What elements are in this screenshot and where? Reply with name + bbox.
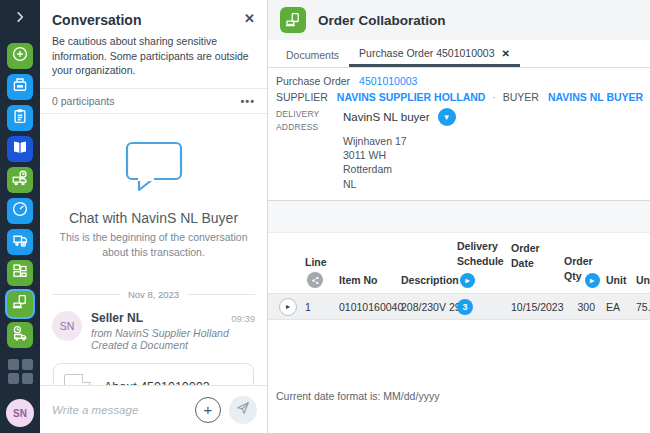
conversation-title: Conversation (52, 12, 141, 28)
document-card[interactable]: PO About 4501010003 ISSUE DATE 10/10/202… (53, 363, 254, 385)
paper-plane-icon (236, 401, 250, 419)
message-composer: + (40, 385, 267, 433)
date-format-note: Current date format is: MM/dd/yyyy (268, 390, 650, 402)
sensitive-info-warning: Be cautious about sharing sensitive info… (40, 34, 267, 88)
cell-item-no: 01010160040 (336, 301, 398, 313)
row-expander-icon[interactable]: ▸ (279, 298, 297, 316)
date-divider: Nov 8, 2023 (52, 289, 255, 300)
chat-empty-title: Chat with NavinS NL Buyer (69, 210, 238, 226)
message-sender: Seller NL (91, 311, 143, 325)
clock-truck-icon (11, 324, 29, 346)
delivery-address-label: DELIVERY ADDRESS (276, 108, 343, 191)
chevron-down-icon[interactable]: ▾ (438, 108, 456, 126)
clipboard-icon (11, 107, 29, 129)
chat-empty-subtitle: This is the beginning of the conversatio… (55, 230, 253, 259)
documents-truck-icon (11, 262, 29, 284)
user-avatar[interactable]: SN (6, 399, 34, 427)
sidebar-item-order-collaboration[interactable] (7, 291, 33, 317)
order-collaboration-panel: Order Collaboration Documents Purchase O… (268, 0, 650, 433)
line-items-table-header: Line Item No Description Delivery Schedu… (268, 233, 650, 294)
participants-count: 0 participants (52, 95, 114, 107)
sidebar-item-tasks[interactable] (7, 105, 33, 131)
sidebar-item-order-documents[interactable] (7, 260, 33, 286)
table-row[interactable]: ▸ 1 01010160040 208/230V 29... 3 10/15/2… (268, 293, 650, 320)
chat-area: Chat with NavinS NL Buyer This is the be… (40, 114, 267, 385)
table-toolbar (268, 201, 650, 233)
cell-order-qty: 300 (561, 301, 603, 313)
column-unit: Unit (603, 273, 633, 288)
column-description: Description (398, 273, 454, 288)
column-item-no: Item No (336, 273, 398, 288)
tab-bar: Documents Purchase Order 4501010003 ✕ (268, 40, 650, 68)
plus-circle-icon (11, 45, 29, 67)
delivery-schedule-badge[interactable]: 3 (457, 299, 473, 315)
sidebar-item-catalog[interactable] (7, 136, 33, 162)
po-document-icon: PO (64, 374, 90, 385)
column-order-qty: Order Qty▸ (561, 254, 603, 289)
truck-gear-icon (11, 231, 29, 253)
message-avatar: SN (52, 311, 82, 341)
sidebar-item-inbox[interactable] (7, 74, 33, 100)
page-title: Order Collaboration (318, 13, 446, 28)
po-label: Purchase Order (276, 75, 350, 87)
sidebar-item-create-new[interactable] (7, 43, 33, 69)
tab-documents[interactable]: Documents (276, 40, 349, 67)
tab-close-icon[interactable]: ✕ (502, 48, 510, 59)
cell-line: 1 (302, 301, 336, 313)
attach-plus-button[interactable]: + (195, 397, 221, 423)
expand-column-icon[interactable]: ▸ (585, 273, 600, 288)
po-number-link[interactable]: 4501010003 (359, 75, 417, 87)
cell-description: 208/230V 29... (398, 301, 454, 313)
column-order-date: Order Date (508, 239, 561, 271)
message-input[interactable] (52, 404, 187, 416)
delivery-address-block: Wijnhaven 17 3011 WH Rotterdam NL (343, 134, 456, 191)
sidebar-item-shipments[interactable] (7, 167, 33, 193)
message-subtitle: from NavinS Supplier Holland Created a D… (91, 327, 255, 351)
delivery-address-name: NavinS NL buyer (343, 111, 430, 123)
open-book-icon (11, 138, 29, 160)
column-unit-price: Unit price (633, 273, 650, 288)
tab-purchase-order[interactable]: Purchase Order 4501010003 ✕ (349, 40, 520, 67)
hierarchy-share-icon[interactable] (307, 272, 323, 288)
message-time: 09:39 (231, 313, 255, 324)
order-collaboration-icon (280, 7, 306, 33)
buyer-label: BUYER (503, 91, 539, 103)
truck-clock-icon (11, 169, 29, 191)
cell-unit: EA (603, 301, 633, 313)
expand-column-icon[interactable]: ▸ (460, 273, 475, 288)
app-sidebar: SN (0, 0, 40, 433)
sidebar-item-deliveries[interactable] (7, 322, 33, 348)
chat-message: SN Seller NL 09:39 from NavinS Supplier … (40, 300, 267, 357)
chevron-right-icon (13, 10, 27, 28)
gauge-icon (11, 200, 29, 222)
po-details: Purchase Order 4501010003 SUPPLIER NAVIN… (268, 68, 650, 191)
overflow-menu-icon[interactable]: ••• (240, 95, 255, 107)
conversation-panel: Conversation ✕ Be cautious about sharing… (40, 0, 268, 433)
sidebar-item-dashboard[interactable] (7, 198, 33, 224)
laptop-document-icon (11, 293, 29, 315)
supplier-link[interactable]: NAVINS SUPPLIER HOLLAND (337, 91, 486, 103)
cell-unit-price: 75.00 (633, 301, 650, 313)
column-delivery-schedule: Delivery Schedule▸ (454, 239, 508, 289)
cell-order-date: 10/15/2023 (508, 301, 561, 313)
sidebar-expand-button[interactable] (9, 8, 31, 30)
buyer-link[interactable]: NAVINS NL BUYER (548, 91, 643, 103)
close-icon[interactable]: ✕ (244, 12, 255, 25)
send-button[interactable] (229, 396, 257, 424)
apps-grid-icon (8, 359, 19, 370)
sidebar-item-logistics[interactable] (7, 229, 33, 255)
sidebar-apps-grid-button[interactable] (7, 358, 33, 384)
chat-bubble-icon (123, 140, 185, 196)
column-line: Line (302, 255, 336, 289)
app-window: SN Conversation ✕ Be cautious about shar… (0, 0, 650, 433)
supplier-label: SUPPLIER (276, 91, 328, 103)
inbox-printer-icon (11, 76, 29, 98)
